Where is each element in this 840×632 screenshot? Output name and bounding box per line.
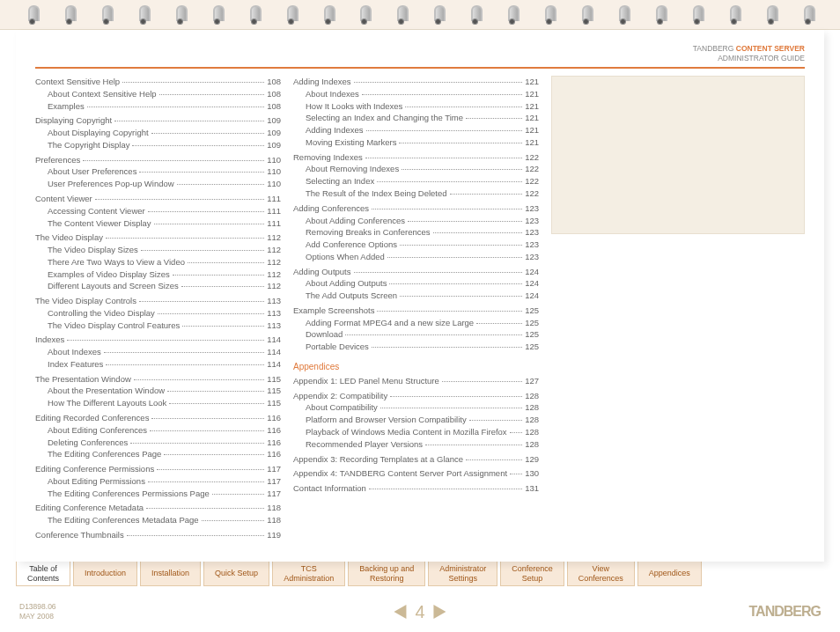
toc-entry[interactable]: Conference Thumbnails119 xyxy=(35,529,281,540)
toc-column-1: Context Sensitive Help108About Context S… xyxy=(35,76,281,540)
tab-quick-setup[interactable]: Quick Setup xyxy=(203,562,269,586)
toc-entry[interactable]: The Copyright Display109 xyxy=(35,139,281,151)
toc-entry[interactable]: About the Presentation Window115 xyxy=(35,385,281,397)
toc-entry[interactable]: The Result of the Index Being Deleted122 xyxy=(293,187,539,200)
section-heading: Appendices xyxy=(293,362,539,371)
toc-entry[interactable]: The Video Display Control Features113 xyxy=(35,320,281,332)
toc-entry[interactable]: About Compatibility128 xyxy=(293,401,539,414)
toc-entry[interactable]: How It Looks with Indexes121 xyxy=(293,100,539,113)
toc-entry[interactable]: About Adding Outputs124 xyxy=(293,277,539,290)
toc-entry[interactable]: Accessing Content Viewer111 xyxy=(35,205,281,217)
toc-entry[interactable]: Appendix 2: Compatibility128 xyxy=(293,390,539,402)
toc-entry[interactable]: Deleting Conferences116 xyxy=(35,437,281,449)
toc-entry[interactable]: The Editing Conferences Metadata Page118 xyxy=(35,514,281,526)
toc-entry[interactable]: Adding Format MPEG4 and a new size Large… xyxy=(293,317,539,329)
tab-introduction[interactable]: Introduction xyxy=(73,562,137,586)
tab-appendices[interactable]: Appendices xyxy=(637,562,702,586)
toc-entry[interactable]: About Indexes114 xyxy=(35,346,281,358)
toc-entry[interactable]: Playback of Windows Media Content in Moz… xyxy=(293,426,539,438)
toc-entry[interactable]: Editing Recorded Conferences116 xyxy=(35,412,281,424)
toc-entry[interactable]: Adding Indexes121 xyxy=(293,76,539,88)
toc-entry[interactable]: Selecting an Index and Changing the Time… xyxy=(293,112,539,124)
toc-entry[interactable]: The Content Viewer Display111 xyxy=(35,217,281,230)
toc-entry[interactable]: Moving Existing Markers121 xyxy=(293,136,539,149)
toc-entry[interactable]: Recommended Player Versions128 xyxy=(293,438,539,451)
toc-entry[interactable]: Controlling the Video Display113 xyxy=(35,307,281,320)
toc-entry[interactable]: The Editing Conferences Page116 xyxy=(35,448,281,460)
toc-entry[interactable]: Appendix 1: LED Panel Menu Structure127 xyxy=(293,375,539,387)
footer: D13898.06 MAY 2008 4 TANDBERG xyxy=(19,602,821,621)
toc-entry[interactable]: Examples108 xyxy=(35,100,281,113)
toc-entry[interactable]: About Editing Conferences116 xyxy=(35,424,281,437)
sidebar-box xyxy=(551,76,805,234)
toc-entry[interactable]: Removing Indexes122 xyxy=(293,151,539,164)
page-header: TANDBERG CONTENT SERVER ADMINISTRATOR GU… xyxy=(35,44,805,63)
toc-entry[interactable]: Examples of Video Display Sizes112 xyxy=(35,268,281,281)
tab-view[interactable]: ViewConferences xyxy=(567,562,635,586)
toc-entry[interactable]: Appendix 4: TANDBERG Content Server Port… xyxy=(293,467,539,480)
toc-entry[interactable]: The Editing Conferences Permissions Page… xyxy=(35,488,281,500)
nav-tabs: Table ofContentsIntroductionInstallation… xyxy=(16,562,824,586)
toc-entry[interactable]: About User Preferences110 xyxy=(35,165,281,178)
toc-entry[interactable]: The Add Outputs Screen124 xyxy=(293,290,539,302)
toc-entry[interactable]: About Adding Conferences123 xyxy=(293,215,539,227)
toc-entry[interactable]: The Video Display Sizes112 xyxy=(35,244,281,256)
toc-entry[interactable]: Selecting an Index122 xyxy=(293,175,539,187)
toc-entry[interactable]: Displaying Copyright109 xyxy=(35,114,281,127)
spiral-binding xyxy=(0,0,840,30)
toc-entry[interactable]: Editing Conference Permissions117 xyxy=(35,463,281,475)
toc-entry[interactable]: About Context Sensitive Help108 xyxy=(35,88,281,100)
toc-entry[interactable]: Options When Added123 xyxy=(293,251,539,263)
toc-entry[interactable]: Platform and Browser Version Compatibili… xyxy=(293,414,539,426)
page-number: 4 xyxy=(415,602,424,622)
toc-entry[interactable]: Context Sensitive Help108 xyxy=(35,76,281,88)
toc-entry[interactable]: Index Features114 xyxy=(35,358,281,371)
toc-entry[interactable]: Different Layouts and Screen Sizes112 xyxy=(35,280,281,292)
toc-entry[interactable]: Contact Information131 xyxy=(293,482,539,495)
toc-entry[interactable]: User Preferences Pop-up Window110 xyxy=(35,178,281,190)
toc-entry[interactable]: The Video Display Controls113 xyxy=(35,295,281,307)
tab-tcs[interactable]: TCSAdministration xyxy=(272,562,345,586)
toc-entry[interactable]: There Are Two Ways to View a Video112 xyxy=(35,256,281,268)
toc-entry[interactable]: Example Screenshots125 xyxy=(293,305,539,317)
toc-entry[interactable]: Portable Devices125 xyxy=(293,341,539,353)
tab-administrator[interactable]: AdministratorSettings xyxy=(428,562,497,586)
toc-entry[interactable]: Download125 xyxy=(293,328,539,341)
toc-entry[interactable]: About Indexes121 xyxy=(293,88,539,100)
tab-conference[interactable]: ConferenceSetup xyxy=(500,562,564,586)
doc-info: D13898.06 MAY 2008 xyxy=(19,602,56,621)
toc-entry[interactable]: About Removing Indexes122 xyxy=(293,163,539,175)
tab-installation[interactable]: Installation xyxy=(140,562,201,586)
tab-table-of[interactable]: Table ofContents xyxy=(16,562,70,586)
toc-entry[interactable]: Removing Breaks in Conferences123 xyxy=(293,226,539,239)
next-page-icon[interactable] xyxy=(434,605,446,619)
header-rule xyxy=(35,67,805,69)
tab-backing-up-and[interactable]: Backing up andRestoring xyxy=(348,562,425,586)
toc-entry[interactable]: The Presentation Window115 xyxy=(35,373,281,386)
toc-entry[interactable]: Adding Conferences123 xyxy=(293,202,539,215)
toc-entry[interactable]: The Video Display112 xyxy=(35,231,281,244)
toc-entry[interactable]: Preferences110 xyxy=(35,154,281,166)
prev-page-icon[interactable] xyxy=(394,605,406,619)
toc-entry[interactable]: About Displaying Copyright109 xyxy=(35,127,281,139)
toc-entry[interactable]: Content Viewer111 xyxy=(35,193,281,205)
toc-entry[interactable]: Adding Indexes121 xyxy=(293,124,539,136)
toc-entry[interactable]: About Editing Permissions117 xyxy=(35,475,281,488)
toc-entry[interactable]: Appendix 3: Recording Templates at a Gla… xyxy=(293,453,539,466)
toc-entry[interactable]: How The Different Layouts Look115 xyxy=(35,397,281,409)
toc-entry[interactable]: Editing Conference Metadata118 xyxy=(35,502,281,514)
toc-column-2: Adding Indexes121About Indexes121How It … xyxy=(293,76,539,540)
toc-entry[interactable]: Indexes114 xyxy=(35,334,281,346)
toc-entry[interactable]: Adding Outputs124 xyxy=(293,266,539,278)
page-body: TANDBERG CONTENT SERVER ADMINISTRATOR GU… xyxy=(16,30,824,562)
toc-entry[interactable]: Add Conference Options123 xyxy=(293,239,539,251)
brand-logo: TANDBERG xyxy=(749,604,821,620)
pager: 4 xyxy=(394,602,446,622)
